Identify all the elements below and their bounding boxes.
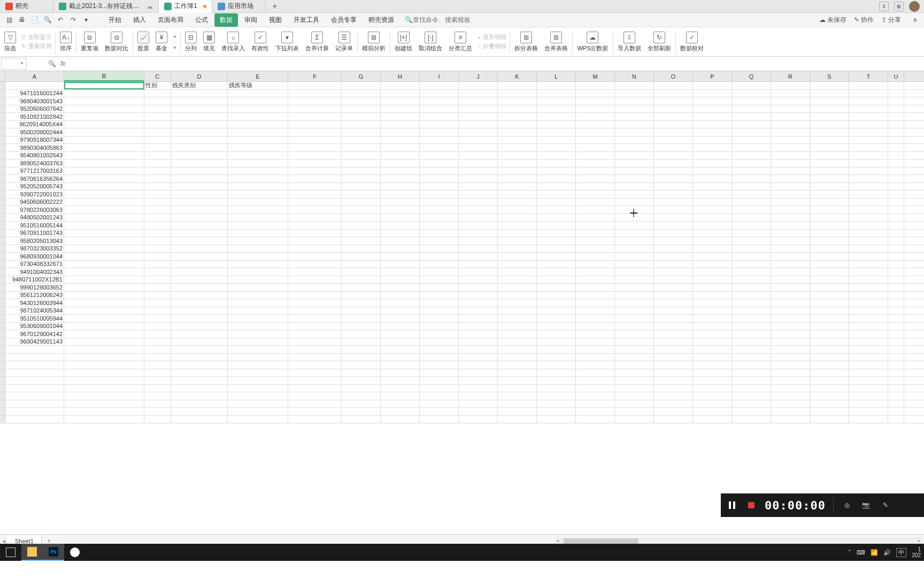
cell[interactable] [171, 261, 228, 268]
cell[interactable] [615, 183, 654, 191]
cell[interactable] [228, 385, 288, 392]
cell[interactable] [732, 346, 771, 353]
cell[interactable] [654, 214, 693, 222]
cell[interactable] [615, 175, 654, 182]
cell[interactable] [288, 191, 342, 198]
cell[interactable] [732, 168, 771, 175]
cell[interactable] [537, 136, 576, 144]
pause-button[interactable] [726, 499, 738, 511]
cell[interactable] [342, 261, 381, 268]
cell[interactable] [171, 330, 228, 338]
cell[interactable] [342, 385, 381, 392]
cell[interactable] [420, 183, 459, 191]
cell[interactable]: 性别 [144, 82, 171, 89]
cell[interactable] [771, 276, 810, 284]
cell[interactable] [693, 354, 732, 361]
cell[interactable] [498, 416, 537, 423]
menu-formula[interactable]: 公式 [190, 13, 213, 27]
col-header-P[interactable]: P [693, 71, 732, 81]
cell[interactable] [420, 276, 459, 284]
cell[interactable] [459, 408, 498, 415]
cell[interactable]: 9620914005X44 [5, 121, 64, 128]
cell[interactable] [537, 90, 576, 97]
cell[interactable] [537, 191, 576, 198]
cell[interactable] [693, 315, 732, 322]
cell[interactable] [342, 113, 381, 120]
cell[interactable] [693, 183, 732, 191]
cell[interactable] [810, 261, 849, 268]
cell[interactable] [654, 369, 693, 377]
cell[interactable] [810, 408, 849, 415]
cell[interactable]: 9670911001743 [5, 230, 64, 237]
cell[interactable] [615, 369, 654, 377]
cell[interactable] [537, 354, 576, 361]
cell[interactable] [228, 90, 288, 97]
cell[interactable] [64, 292, 144, 299]
cell[interactable] [654, 152, 693, 159]
cell[interactable] [288, 392, 342, 400]
cell[interactable] [144, 377, 171, 384]
cell[interactable] [615, 136, 654, 144]
cell[interactable] [849, 268, 888, 276]
cell[interactable] [693, 369, 732, 377]
cell[interactable]: 9680403001543 [5, 97, 64, 105]
cell[interactable] [576, 168, 615, 175]
cell[interactable] [420, 268, 459, 276]
cell[interactable] [420, 136, 459, 144]
cell[interactable] [144, 408, 171, 415]
cell[interactable] [888, 237, 904, 245]
cell[interactable] [732, 323, 771, 330]
col-header-D[interactable]: D [171, 71, 228, 81]
cell[interactable] [810, 377, 849, 384]
cell[interactable] [459, 152, 498, 159]
cell[interactable] [171, 183, 228, 191]
cell[interactable] [144, 105, 171, 113]
cell[interactable] [381, 175, 420, 182]
cell[interactable] [654, 222, 693, 229]
cell[interactable] [537, 183, 576, 191]
cell[interactable] [381, 276, 420, 284]
cell[interactable] [420, 105, 459, 113]
cell[interactable] [420, 97, 459, 105]
cell[interactable] [849, 315, 888, 322]
cell[interactable] [459, 261, 498, 268]
cell[interactable] [342, 299, 381, 307]
cell[interactable] [420, 90, 459, 97]
cell[interactable] [654, 354, 693, 361]
cell[interactable] [576, 113, 615, 120]
cell[interactable] [288, 206, 342, 214]
dropdown-button[interactable]: ▾下拉列表 [272, 31, 302, 54]
cell[interactable] [615, 284, 654, 291]
cell[interactable] [228, 338, 288, 346]
cell[interactable] [654, 82, 693, 89]
cell[interactable] [654, 191, 693, 198]
cell[interactable] [732, 144, 771, 151]
cell[interactable] [64, 261, 144, 268]
cell[interactable] [171, 361, 228, 369]
cell[interactable]: 9790918007344 [5, 136, 64, 144]
cell[interactable] [228, 299, 288, 307]
cell[interactable] [498, 168, 537, 175]
cell[interactable] [171, 159, 228, 167]
cell[interactable] [693, 299, 732, 307]
cell[interactable] [64, 82, 144, 89]
cell[interactable] [64, 268, 144, 276]
cell[interactable] [5, 354, 64, 361]
cell[interactable] [888, 268, 904, 276]
cell[interactable]: 9890304005863 [5, 144, 64, 151]
cell[interactable] [732, 152, 771, 159]
cell[interactable]: 9390722001023 [5, 191, 64, 198]
cell[interactable] [171, 214, 228, 222]
cell[interactable] [771, 206, 810, 214]
col-header-M[interactable]: M [576, 71, 615, 81]
cell[interactable] [498, 346, 537, 353]
cell[interactable] [537, 237, 576, 245]
cell[interactable] [732, 408, 771, 415]
cell[interactable] [615, 90, 654, 97]
cell[interactable] [342, 82, 381, 89]
cell[interactable] [849, 261, 888, 268]
cell[interactable] [381, 245, 420, 253]
cell[interactable] [381, 284, 420, 291]
cell[interactable] [654, 253, 693, 260]
cell[interactable] [288, 307, 342, 315]
